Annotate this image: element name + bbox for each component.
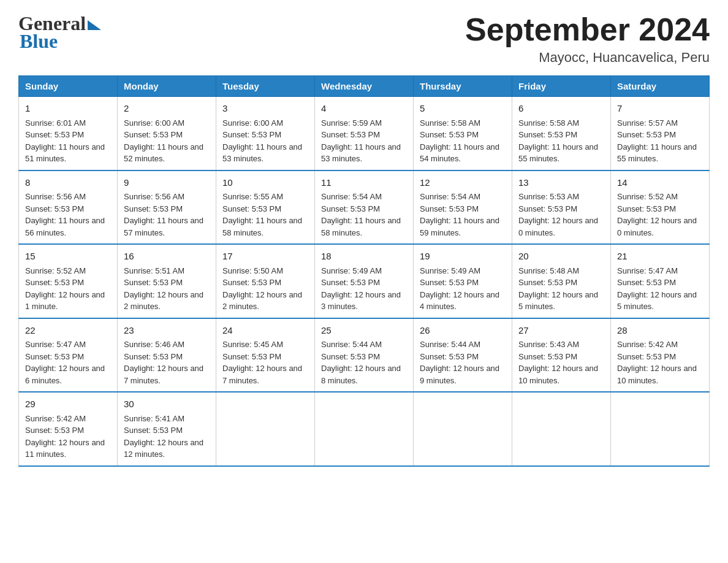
- table-row: 5Sunrise: 5:58 AMSunset: 5:53 PMDaylight…: [414, 97, 512, 170]
- day-number: 21: [617, 250, 703, 264]
- day-info: Sunrise: 6:00 AMSunset: 5:53 PMDaylight:…: [222, 117, 308, 165]
- table-row: 20Sunrise: 5:48 AMSunset: 5:53 PMDayligh…: [512, 244, 611, 318]
- day-number: 5: [420, 102, 506, 116]
- table-row: 12Sunrise: 5:54 AMSunset: 5:53 PMDayligh…: [414, 170, 512, 245]
- day-info: Sunrise: 5:50 AMSunset: 5:53 PMDaylight:…: [222, 265, 308, 313]
- table-row: 30Sunrise: 5:41 AMSunset: 5:53 PMDayligh…: [118, 392, 216, 466]
- day-info: Sunrise: 6:00 AMSunset: 5:53 PMDaylight:…: [124, 117, 210, 165]
- table-row: [414, 392, 512, 466]
- table-row: 15Sunrise: 5:52 AMSunset: 5:53 PMDayligh…: [19, 244, 118, 318]
- day-info: Sunrise: 5:52 AMSunset: 5:53 PMDaylight:…: [617, 191, 703, 239]
- title-area: September 2024 Mayocc, Huancavelica, Per…: [465, 12, 710, 66]
- table-row: 29Sunrise: 5:42 AMSunset: 5:53 PMDayligh…: [19, 392, 118, 466]
- day-number: 18: [321, 250, 407, 264]
- day-info: Sunrise: 5:59 AMSunset: 5:53 PMDaylight:…: [321, 117, 407, 165]
- day-number: 9: [124, 176, 210, 190]
- table-row: 27Sunrise: 5:43 AMSunset: 5:53 PMDayligh…: [512, 318, 611, 393]
- logo-triangle-icon: [88, 20, 101, 30]
- table-row: 24Sunrise: 5:45 AMSunset: 5:53 PMDayligh…: [216, 318, 315, 393]
- day-info: Sunrise: 5:42 AMSunset: 5:53 PMDaylight:…: [617, 339, 703, 386]
- day-number: 8: [25, 176, 111, 190]
- day-number: 14: [617, 176, 703, 190]
- table-row: 10Sunrise: 5:55 AMSunset: 5:53 PMDayligh…: [216, 170, 315, 245]
- day-info: Sunrise: 5:58 AMSunset: 5:53 PMDaylight:…: [518, 117, 604, 165]
- table-row: 7Sunrise: 5:57 AMSunset: 5:53 PMDaylight…: [611, 97, 710, 170]
- logo: General Blue: [18, 12, 101, 53]
- day-info: Sunrise: 5:54 AMSunset: 5:53 PMDaylight:…: [420, 191, 506, 239]
- col-wednesday: Wednesday: [315, 76, 414, 97]
- logo-blue-text: Blue: [18, 30, 58, 53]
- calendar-week-row: 8Sunrise: 5:56 AMSunset: 5:53 PMDaylight…: [19, 170, 710, 245]
- day-info: Sunrise: 5:58 AMSunset: 5:53 PMDaylight:…: [420, 117, 506, 165]
- table-row: 2Sunrise: 6:00 AMSunset: 5:53 PMDaylight…: [118, 97, 216, 170]
- day-number: 11: [321, 176, 407, 190]
- table-row: 11Sunrise: 5:54 AMSunset: 5:53 PMDayligh…: [315, 170, 414, 245]
- day-number: 25: [321, 324, 407, 338]
- day-info: Sunrise: 5:49 AMSunset: 5:53 PMDaylight:…: [420, 265, 506, 313]
- table-row: [611, 392, 710, 466]
- table-row: 16Sunrise: 5:51 AMSunset: 5:53 PMDayligh…: [118, 244, 216, 318]
- day-info: Sunrise: 5:44 AMSunset: 5:53 PMDaylight:…: [420, 339, 506, 386]
- day-number: 15: [25, 250, 111, 264]
- day-number: 13: [518, 176, 604, 190]
- day-number: 30: [124, 397, 210, 412]
- table-row: 9Sunrise: 5:56 AMSunset: 5:53 PMDaylight…: [118, 170, 216, 245]
- day-info: Sunrise: 5:54 AMSunset: 5:53 PMDaylight:…: [321, 191, 407, 239]
- calendar-week-row: 22Sunrise: 5:47 AMSunset: 5:53 PMDayligh…: [19, 318, 710, 393]
- calendar-week-row: 29Sunrise: 5:42 AMSunset: 5:53 PMDayligh…: [19, 392, 710, 466]
- day-number: 12: [420, 176, 506, 190]
- header-row: Sunday Monday Tuesday Wednesday Thursday…: [19, 76, 710, 97]
- table-row: 22Sunrise: 5:47 AMSunset: 5:53 PMDayligh…: [19, 318, 118, 393]
- day-info: Sunrise: 5:52 AMSunset: 5:53 PMDaylight:…: [25, 265, 111, 313]
- table-row: 6Sunrise: 5:58 AMSunset: 5:53 PMDaylight…: [512, 97, 611, 170]
- day-number: 7: [617, 102, 703, 116]
- table-row: [315, 392, 414, 466]
- table-row: 26Sunrise: 5:44 AMSunset: 5:53 PMDayligh…: [414, 318, 512, 393]
- day-number: 19: [420, 250, 506, 264]
- col-monday: Monday: [118, 76, 216, 97]
- calendar-table: Sunday Monday Tuesday Wednesday Thursday…: [18, 75, 710, 467]
- day-info: Sunrise: 5:55 AMSunset: 5:53 PMDaylight:…: [222, 191, 308, 239]
- day-number: 3: [222, 102, 308, 116]
- table-row: 21Sunrise: 5:47 AMSunset: 5:53 PMDayligh…: [611, 244, 710, 318]
- day-info: Sunrise: 5:56 AMSunset: 5:53 PMDaylight:…: [124, 191, 210, 239]
- day-number: 2: [124, 102, 210, 116]
- table-row: 13Sunrise: 5:53 AMSunset: 5:53 PMDayligh…: [512, 170, 611, 245]
- calendar-body: 1Sunrise: 6:01 AMSunset: 5:53 PMDaylight…: [19, 97, 710, 466]
- day-number: 20: [518, 250, 604, 264]
- calendar-week-row: 1Sunrise: 6:01 AMSunset: 5:53 PMDaylight…: [19, 97, 710, 170]
- day-info: Sunrise: 5:49 AMSunset: 5:53 PMDaylight:…: [321, 265, 407, 313]
- day-info: Sunrise: 5:47 AMSunset: 5:53 PMDaylight:…: [25, 339, 111, 386]
- day-number: 29: [25, 397, 111, 412]
- day-info: Sunrise: 5:48 AMSunset: 5:53 PMDaylight:…: [518, 265, 604, 313]
- page-header: General Blue September 2024 Mayocc, Huan…: [18, 12, 710, 66]
- table-row: 28Sunrise: 5:42 AMSunset: 5:53 PMDayligh…: [611, 318, 710, 393]
- col-thursday: Thursday: [414, 76, 512, 97]
- day-number: 28: [617, 324, 703, 338]
- table-row: 3Sunrise: 6:00 AMSunset: 5:53 PMDaylight…: [216, 97, 315, 170]
- day-number: 10: [222, 176, 308, 190]
- table-row: 23Sunrise: 5:46 AMSunset: 5:53 PMDayligh…: [118, 318, 216, 393]
- day-info: Sunrise: 5:43 AMSunset: 5:53 PMDaylight:…: [518, 339, 604, 386]
- day-info: Sunrise: 5:46 AMSunset: 5:53 PMDaylight:…: [124, 339, 210, 386]
- table-row: 18Sunrise: 5:49 AMSunset: 5:53 PMDayligh…: [315, 244, 414, 318]
- calendar-header: Sunday Monday Tuesday Wednesday Thursday…: [19, 76, 710, 97]
- day-info: Sunrise: 5:53 AMSunset: 5:53 PMDaylight:…: [518, 191, 604, 239]
- day-info: Sunrise: 5:57 AMSunset: 5:53 PMDaylight:…: [617, 117, 703, 165]
- day-info: Sunrise: 5:45 AMSunset: 5:53 PMDaylight:…: [222, 339, 308, 386]
- day-number: 26: [420, 324, 506, 338]
- day-info: Sunrise: 5:51 AMSunset: 5:53 PMDaylight:…: [124, 265, 210, 313]
- day-info: Sunrise: 5:42 AMSunset: 5:53 PMDaylight:…: [25, 413, 111, 461]
- day-number: 4: [321, 102, 407, 116]
- table-row: 8Sunrise: 5:56 AMSunset: 5:53 PMDaylight…: [19, 170, 118, 245]
- day-number: 16: [124, 250, 210, 264]
- col-tuesday: Tuesday: [216, 76, 315, 97]
- day-number: 24: [222, 324, 308, 338]
- calendar-title: September 2024: [465, 12, 710, 47]
- calendar-week-row: 15Sunrise: 5:52 AMSunset: 5:53 PMDayligh…: [19, 244, 710, 318]
- day-number: 1: [25, 102, 111, 116]
- day-info: Sunrise: 5:56 AMSunset: 5:53 PMDaylight:…: [25, 191, 111, 239]
- day-info: Sunrise: 5:47 AMSunset: 5:53 PMDaylight:…: [617, 265, 703, 313]
- table-row: [216, 392, 315, 466]
- day-number: 23: [124, 324, 210, 338]
